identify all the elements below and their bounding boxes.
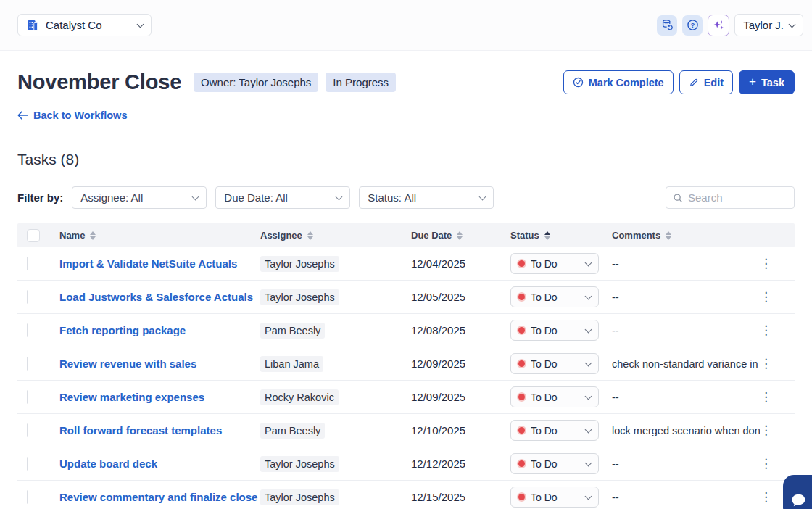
status-dropdown[interactable]: To Do	[510, 253, 599, 274]
assignee-name: Taylor Josephs	[260, 289, 339, 305]
due-date: 12/05/2025	[411, 291, 510, 303]
back-to-workflows-link[interactable]: Back to Workflows	[17, 109, 127, 121]
user-menu[interactable]: Taylor J.	[734, 14, 803, 36]
task-name-link[interactable]: Fetch reporting package	[59, 324, 186, 336]
status-filter[interactable]: Status: All	[359, 186, 494, 209]
chevron-down-icon	[585, 426, 592, 433]
assignee-name: Rocky Rakovic	[260, 389, 339, 405]
status-dropdown[interactable]: To Do	[510, 420, 599, 441]
table-row: Review revenue with sales Liban Jama 12/…	[17, 347, 795, 381]
status-dropdown[interactable]: To Do	[510, 453, 599, 474]
chevron-down-icon	[585, 459, 592, 466]
kebab-menu-icon[interactable]: ⋮	[760, 457, 772, 471]
select-all-checkbox[interactable]	[27, 229, 40, 242]
assignee-name: Liban Jama	[260, 356, 323, 372]
comment-text: --	[612, 458, 760, 470]
tasks-table: Name Assignee Due Date Status Comments	[17, 223, 795, 509]
status-label: To Do	[531, 325, 558, 336]
column-header-comments: Comments	[612, 230, 660, 241]
assignee-filter[interactable]: Assignee: All	[72, 186, 207, 209]
add-task-button[interactable]: + Task	[739, 70, 795, 94]
status-dropdown[interactable]: To Do	[510, 487, 599, 508]
assignee-name: Taylor Josephs	[260, 256, 339, 272]
task-name-link[interactable]: Update board deck	[59, 458, 157, 470]
status-dropdown[interactable]: To Do	[510, 386, 599, 407]
sort-comments-icon[interactable]	[666, 231, 671, 240]
task-name-link[interactable]: Roll forward forecast templates	[59, 424, 222, 436]
kebab-menu-icon[interactable]: ⋮	[760, 390, 772, 404]
task-name-link[interactable]: Load Justworks & Salesforce Actuals	[59, 291, 253, 303]
status-dropdown[interactable]: To Do	[510, 353, 599, 374]
status-dot-icon	[518, 394, 525, 400]
column-header-due-date: Due Date	[411, 230, 452, 241]
comment-text: check non-standard variance in ...	[612, 358, 760, 370]
row-checkbox[interactable]	[27, 290, 28, 304]
chat-bubble-icon	[783, 492, 812, 509]
task-name-link[interactable]: Review commentary and finalize close	[59, 491, 257, 503]
table-row: Fetch reporting package Pam Beesly 12/08…	[17, 314, 795, 347]
status-label: To Do	[531, 425, 558, 436]
arrow-left-icon	[17, 111, 28, 120]
task-name-link[interactable]: Import & Validate NetSuite Actuals	[59, 257, 237, 270]
kebab-menu-icon[interactable]: ⋮	[760, 357, 772, 371]
sort-status-icon[interactable]	[544, 231, 550, 240]
row-checkbox[interactable]	[27, 323, 28, 337]
help-button[interactable]: ?	[682, 15, 703, 36]
edit-button[interactable]: Edit	[679, 70, 733, 94]
chevron-down-icon	[192, 193, 199, 200]
pencil-icon	[689, 78, 699, 88]
column-header-assignee: Assignee	[260, 230, 302, 241]
table-row: Roll forward forecast templates Pam Bees…	[17, 414, 795, 447]
due-date: 12/15/2025	[411, 491, 510, 503]
task-name-link[interactable]: Review marketing expenses	[59, 391, 204, 403]
row-checkbox[interactable]	[27, 490, 28, 504]
database-sync-button[interactable]	[657, 15, 677, 36]
ai-sparkles-icon	[713, 19, 725, 31]
kebab-menu-icon[interactable]: ⋮	[760, 290, 772, 304]
status-dot-icon	[518, 494, 525, 500]
row-checkbox[interactable]	[27, 390, 28, 404]
due-date-filter[interactable]: Due Date: All	[215, 186, 350, 209]
comment-text: --	[612, 492, 760, 503]
company-name: Catalyst Co	[46, 19, 102, 31]
task-name-link[interactable]: Review revenue with sales	[59, 357, 196, 370]
kebab-menu-icon[interactable]: ⋮	[760, 323, 772, 337]
assignee-name: Pam Beesly	[260, 323, 325, 339]
status-label: To Do	[531, 392, 558, 403]
table-row: Review commentary and finalize close Tay…	[17, 481, 795, 509]
chat-launcher-button[interactable]	[783, 475, 812, 509]
chevron-down-icon	[585, 292, 592, 299]
status-dot-icon	[518, 327, 525, 334]
mark-complete-label: Mark Complete	[589, 77, 664, 88]
status-filter-value: Status: All	[368, 191, 416, 204]
company-selector[interactable]: Catalyst Co	[17, 14, 152, 36]
top-bar: Catalyst Co ?	[0, 0, 812, 51]
kebab-menu-icon[interactable]: ⋮	[760, 423, 772, 437]
row-checkbox[interactable]	[27, 257, 28, 270]
row-checkbox[interactable]	[27, 423, 28, 437]
column-header-name: Name	[59, 230, 85, 241]
edit-label: Edit	[704, 77, 724, 88]
kebab-menu-icon[interactable]: ⋮	[760, 490, 772, 504]
search-input[interactable]	[688, 191, 787, 204]
sort-due-date-icon[interactable]	[457, 231, 463, 240]
status-dropdown[interactable]: To Do	[510, 320, 599, 341]
kebab-menu-icon[interactable]: ⋮	[760, 257, 772, 270]
assignee-name: Taylor Josephs	[260, 456, 339, 472]
plus-icon: +	[749, 75, 756, 89]
table-row: Import & Validate NetSuite Actuals Taylo…	[17, 247, 795, 281]
sort-assignee-icon[interactable]	[307, 231, 313, 240]
status-dropdown[interactable]: To Do	[510, 286, 599, 307]
row-checkbox[interactable]	[27, 357, 28, 371]
chevron-down-icon	[585, 492, 592, 500]
owner-badge: Owner: Taylor Josephs	[194, 73, 318, 92]
sort-name-icon[interactable]	[90, 231, 96, 240]
due-date: 12/10/2025	[411, 424, 510, 436]
comment-text: --	[612, 258, 760, 270]
row-checkbox[interactable]	[27, 457, 28, 471]
comment-text: --	[612, 392, 760, 403]
ai-assistant-button[interactable]	[708, 15, 729, 36]
mark-complete-button[interactable]: Mark Complete	[563, 70, 674, 94]
due-date: 12/08/2025	[411, 324, 510, 336]
status-dot-icon	[518, 360, 525, 367]
